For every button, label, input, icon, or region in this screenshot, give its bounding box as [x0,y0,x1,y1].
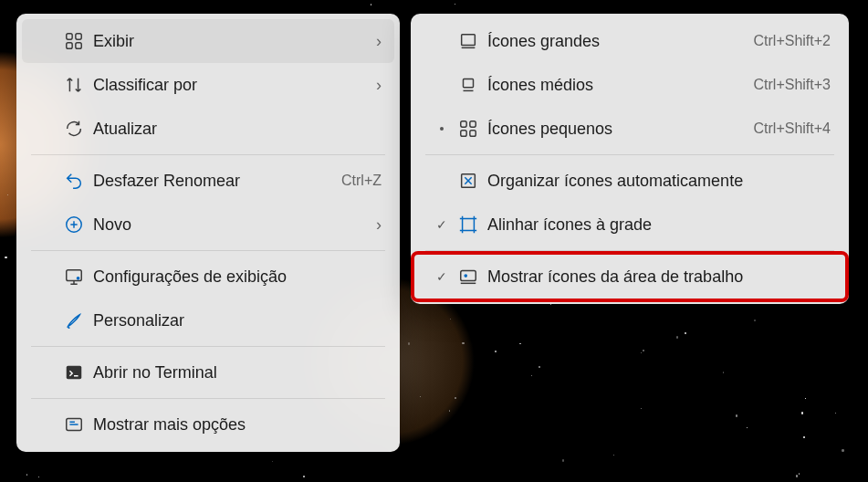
menu-item-label: Ícones grandes [482,32,754,51]
subMenu-item-align[interactable]: ✓Alinhar ícones à grade [416,203,843,246]
svg-rect-17 [461,271,476,281]
terminal-icon [60,362,88,382]
medium-icon [455,75,482,95]
desktop-icon [455,267,482,287]
menu-item-label: Mostrar mais opções [88,415,382,435]
menu-separator [425,250,834,251]
mainMenu-item-refresh[interactable]: Atualizar [22,107,394,151]
chevron-right-icon: › [369,32,382,51]
svg-rect-3 [76,43,81,48]
align-icon [455,215,482,235]
bullet-icon [429,127,455,131]
subMenu-item-desktop[interactable]: ✓Mostrar ícones da área de trabalho [416,255,843,299]
svg-rect-12 [470,121,476,127]
menu-item-label: Ícones médios [482,76,754,95]
subMenu-item-large[interactable]: Ícones grandesCtrl+Shift+2 [416,19,843,63]
mainMenu-item-grid[interactable]: Exibir› [22,19,394,63]
chevron-right-icon: › [369,76,382,95]
checkmark-icon: ✓ [429,217,455,232]
plus-icon [60,215,88,235]
checkmark-icon: ✓ [429,269,455,284]
menu-item-shortcut: Ctrl+Shift+4 [754,120,831,137]
menu-separator [31,250,385,251]
menu-item-label: Ícones pequenos [482,120,754,139]
menu-item-label: Configurações de exibição [88,267,382,287]
svg-rect-1 [76,34,81,39]
subMenu-item-small[interactable]: Ícones pequenosCtrl+Shift+4 [416,107,843,151]
menu-item-label: Classificar por [88,76,369,95]
mainMenu-item-undo[interactable]: Desfazer RenomearCtrl+Z [22,159,394,203]
svg-point-6 [77,277,80,280]
svg-rect-10 [464,79,474,88]
context-menu-view-submenu: Ícones grandesCtrl+Shift+2Ícones médiosC… [411,14,849,304]
svg-rect-13 [461,131,466,136]
menu-separator [31,346,385,347]
large-icon [455,31,482,51]
menu-item-label: Atualizar [88,120,382,139]
menu-separator [31,154,385,155]
mainMenu-item-terminal[interactable]: Abrir no Terminal [22,351,394,394]
small-icon [455,119,482,139]
menu-item-label: Novo [88,215,369,235]
mainMenu-item-more[interactable]: Mostrar mais opções [22,403,394,446]
refresh-icon [60,119,88,139]
svg-rect-14 [470,131,476,136]
menu-item-label: Desfazer Renomear [88,172,341,191]
auto-icon [455,171,482,191]
menu-item-shortcut: Ctrl+Z [341,173,382,189]
mainMenu-item-brush[interactable]: Personalizar [22,299,394,342]
subMenu-item-auto[interactable]: Organizar ícones automaticamente [416,159,843,203]
svg-rect-0 [67,34,72,39]
display-icon [60,267,88,287]
sort-icon [60,75,88,95]
mainMenu-item-display[interactable]: Configurações de exibição [22,255,394,299]
menu-separator [425,154,834,155]
grid-icon [60,31,88,51]
mainMenu-item-sort[interactable]: Classificar por› [22,63,394,107]
subMenu-item-medium[interactable]: Ícones médiosCtrl+Shift+3 [416,63,843,107]
menu-item-label: Organizar ícones automaticamente [482,172,831,191]
menu-item-label: Mostrar ícones da área de trabalho [482,267,831,287]
svg-rect-2 [67,43,72,48]
svg-rect-11 [461,121,466,127]
menu-item-label: Exibir [88,32,369,51]
menu-item-label: Alinhar ícones à grade [482,215,831,235]
menu-item-label: Abrir no Terminal [88,363,382,382]
svg-rect-7 [67,366,82,380]
svg-rect-9 [462,35,476,46]
chevron-right-icon: › [369,215,382,235]
svg-point-18 [464,274,467,278]
menu-item-shortcut: Ctrl+Shift+2 [754,33,831,49]
menu-separator [31,398,385,399]
svg-rect-16 [463,219,475,231]
more-icon [60,414,88,435]
menu-item-shortcut: Ctrl+Shift+3 [754,77,831,93]
brush-icon [60,310,88,330]
menu-item-label: Personalizar [88,311,382,330]
mainMenu-item-plus[interactable]: Novo› [22,203,394,246]
context-menu-main: Exibir›Classificar por›AtualizarDesfazer… [16,14,400,452]
undo-icon [60,171,88,191]
